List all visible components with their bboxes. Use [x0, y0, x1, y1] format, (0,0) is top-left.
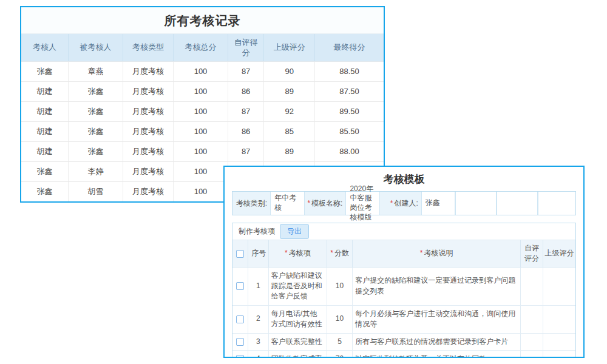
self-score-cell: 86	[228, 121, 264, 141]
col-type: 考核类型	[123, 34, 174, 61]
final-score-cell: 89.50	[315, 101, 384, 121]
assessor-cell: 张鑫	[21, 161, 69, 181]
item-score-cell: 70	[327, 350, 352, 358]
assessor-cell: 胡建	[21, 101, 69, 121]
items-table: 序号 *考核项 *分数 *考核说明 自评评分 上级评分	[232, 240, 575, 358]
type-cell: 月度考核	[123, 81, 174, 101]
field-label-category: 考核类别:	[232, 192, 270, 215]
required-marker: *	[285, 249, 288, 257]
col-assessor: 考核人	[21, 34, 69, 61]
item-no-cell: 1	[248, 267, 268, 305]
superior-score-cell: 89	[264, 81, 315, 101]
type-cell: 月度考核	[123, 121, 174, 141]
assessor-cell: 张鑫	[21, 181, 69, 201]
field-label-template-name: *模板名称:	[305, 192, 346, 215]
export-button[interactable]: 导出	[280, 224, 309, 239]
record-row: 胡建 张鑫 月度考核 100 86 85 85.50	[21, 121, 384, 141]
row-select-cell	[232, 350, 248, 358]
row-checkbox[interactable]	[236, 282, 244, 290]
records-panel-title: 所有考核记录	[21, 7, 384, 34]
type-cell: 月度考核	[123, 181, 174, 201]
col-item-score: *分数	[327, 240, 352, 268]
required-marker: *	[330, 249, 333, 257]
col-superior-score: 上级评分	[264, 34, 315, 61]
item-score-cell: 5	[327, 333, 352, 350]
assessment-items-section: 制作考核项 导出 序号 *考核项	[232, 223, 576, 358]
field-empty-cell	[455, 192, 497, 215]
item-desc-cell: 客户提交的缺陷和建议一定要通过记录到客户问题提交列表	[353, 267, 521, 305]
select-all-checkbox[interactable]	[236, 250, 244, 258]
item-name-cell: 每月电话/其他方式回访有效性	[268, 305, 327, 333]
col-self-score: 自评得分	[228, 34, 264, 61]
assessor-cell: 张鑫	[21, 61, 69, 81]
item-self-score-cell	[521, 350, 543, 358]
total-score-cell: 100	[174, 141, 228, 161]
template-panel: 考核模板 考核类别: 年中考核 *模板名称: 2020年中客服岗位考核模版 *创…	[223, 166, 585, 358]
field-value-creator: 张鑫	[421, 192, 456, 215]
item-desc-cell: 每个月必须与客户进行主动交流和沟通，询问使用情况等	[353, 305, 521, 333]
type-cell: 月度考核	[123, 101, 174, 121]
self-score-cell: 86	[228, 81, 264, 101]
item-superior-score-cell	[543, 333, 575, 350]
assessee-cell: 张鑫	[69, 141, 123, 161]
row-select-cell	[232, 267, 248, 305]
item-row: 3 客户联系完整性 5 所有与客户联系过的情况都需要记录到客户卡片	[232, 333, 575, 350]
total-score-cell: 100	[174, 181, 228, 201]
assessee-cell: 李婷	[69, 161, 123, 181]
field-value-template-name: 2020年中客服岗位考核模版	[345, 192, 380, 215]
items-toolbar: 制作考核项 导出	[232, 223, 575, 240]
col-item-desc: *考核说明	[353, 240, 521, 268]
self-score-cell: 87	[228, 141, 264, 161]
records-header-row: 考核人 被考核人 考核类型 考核总分 自评得分 上级评分 最终得分	[21, 34, 384, 61]
template-panel-title: 考核模板	[225, 167, 583, 191]
item-self-score-cell	[521, 305, 543, 333]
item-row: 1 客户缺陷和建议跟踪是否及时和给客户反馈 10 客户提交的缺陷和建议一定要通过…	[232, 267, 575, 305]
item-no-cell: 2	[248, 305, 268, 333]
record-row: 胡建 张鑫 月度考核 100 87 89 88.00	[21, 141, 384, 161]
total-score-cell: 100	[174, 61, 228, 81]
col-assessee: 被考核人	[69, 34, 123, 61]
final-score-cell: 88.00	[315, 141, 384, 161]
final-score-cell: 88.50	[315, 61, 384, 81]
assessee-cell: 张鑫	[69, 101, 123, 121]
assessee-cell: 胡雪	[69, 181, 123, 201]
col-total-score: 考核总分	[174, 34, 228, 61]
item-superior-score-cell	[543, 350, 575, 358]
total-score-cell: 100	[174, 121, 228, 141]
row-checkbox[interactable]	[236, 355, 244, 358]
total-score-cell: 100	[174, 81, 228, 101]
type-cell: 月度考核	[123, 61, 174, 81]
assessor-cell: 胡建	[21, 141, 69, 161]
record-row: 胡建 张鑫 月度考核 100 87 92 89.50	[21, 101, 384, 121]
item-desc-cell: 所有与客户联系过的情况都需要记录到客户卡片	[353, 333, 521, 350]
field-label-creator: *创建人:	[380, 192, 421, 215]
required-marker: *	[390, 199, 393, 207]
item-self-score-cell	[521, 267, 543, 305]
items-section-label: 制作考核项	[239, 226, 275, 237]
item-name-cell: 团队收款完成率	[268, 350, 327, 358]
col-item-superior-score: 上级评分	[543, 240, 575, 268]
field-value-category: 年中考核	[270, 192, 305, 215]
item-desc-cell: 以实际收到的款项为基，并不以有效回款	[353, 350, 521, 358]
field-empty-cell	[497, 192, 538, 215]
row-checkbox[interactable]	[236, 315, 244, 323]
field-empty-cell	[538, 192, 575, 215]
col-item-no: 序号	[248, 240, 268, 268]
item-name-cell: 客户缺陷和建议跟踪是否及时和给客户反馈	[268, 267, 327, 305]
select-all-cell	[232, 240, 248, 268]
row-select-cell	[232, 333, 248, 350]
item-self-score-cell	[521, 333, 543, 350]
total-score-cell: 100	[174, 161, 228, 181]
assessee-cell: 张鑫	[69, 81, 123, 101]
superior-score-cell: 89	[264, 141, 315, 161]
template-info-bar: 考核类别: 年中考核 *模板名称: 2020年中客服岗位考核模版 *创建人: 张…	[232, 191, 576, 215]
self-score-cell: 87	[228, 101, 264, 121]
superior-score-cell: 90	[264, 61, 315, 81]
required-marker: *	[420, 249, 423, 257]
final-score-cell: 85.50	[315, 121, 384, 141]
col-item-name: *考核项	[268, 240, 327, 268]
row-checkbox[interactable]	[236, 338, 244, 346]
assessee-cell: 章燕	[69, 61, 123, 81]
col-item-self-score: 自评评分	[521, 240, 543, 268]
item-row: 2 每月电话/其他方式回访有效性 10 每个月必须与客户进行主动交流和沟通，询问…	[232, 305, 575, 333]
